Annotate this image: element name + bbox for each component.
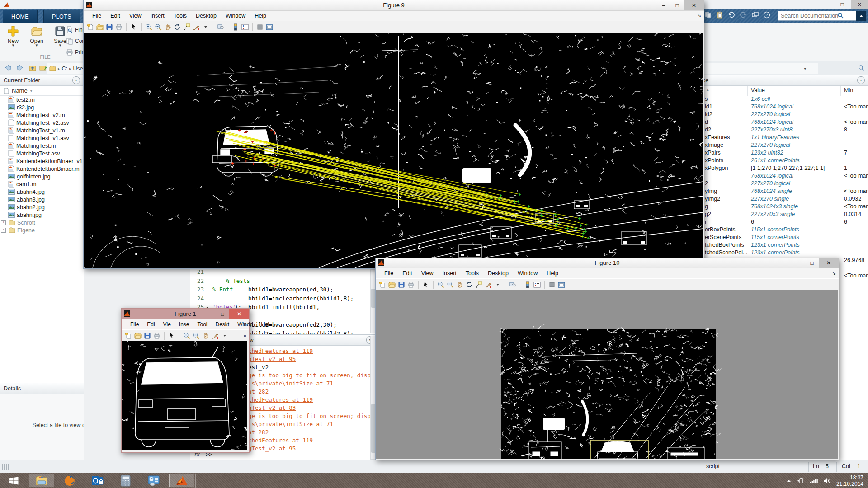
- workspace-row[interactable]: d768x1024 logical<Too man: [704, 119, 868, 127]
- zoomout-icon[interactable]: [154, 23, 162, 31]
- hand-icon[interactable]: [202, 332, 210, 340]
- rotate-icon[interactable]: [173, 23, 181, 31]
- copy-icon[interactable]: [704, 11, 712, 19]
- error-link[interactable]: at 282: [248, 388, 269, 395]
- file-row[interactable]: abahn3.jpg: [0, 196, 84, 203]
- tab-home[interactable]: HOME: [3, 10, 38, 23]
- frame-icon[interactable]: [265, 23, 274, 31]
- editor-line[interactable]: 22 % Tests: [190, 277, 377, 286]
- figure10-maximize-button[interactable]: □: [805, 258, 819, 268]
- dock-figure-icon[interactable]: ↘: [697, 13, 701, 19]
- name-column-header[interactable]: Name ▾: [0, 86, 84, 96]
- menu-hel[interactable]: Hel: [257, 321, 273, 328]
- zoomout-icon[interactable]: [192, 332, 200, 340]
- menu-window[interactable]: Window: [222, 12, 250, 19]
- figure9-titlebar[interactable]: Figure 9 – □ ✕: [84, 0, 704, 11]
- editor-line[interactable]: 24- bbild1=imclearborder(bbild1,8);: [190, 295, 377, 304]
- resize-grip[interactable]: [2, 464, 9, 471]
- error-link[interactable]: chedFeatures at 119: [248, 437, 313, 444]
- legend-icon[interactable]: [533, 281, 541, 289]
- workspace-row[interactable]: xPairs123x2 uint327: [704, 150, 868, 157]
- file-row[interactable]: abahn.jpg: [0, 211, 84, 219]
- menu-deskt[interactable]: Deskt: [212, 321, 234, 328]
- undo-icon[interactable]: [728, 11, 735, 19]
- legend-icon[interactable]: [241, 23, 249, 31]
- workspace-row[interactable]: ld2227x270 logical: [704, 111, 868, 119]
- redo-icon[interactable]: [740, 11, 747, 19]
- file-row[interactable]: MatchingTest_v2.asv: [0, 119, 84, 127]
- menu-tools[interactable]: Tools: [170, 12, 191, 19]
- hand-icon[interactable]: [456, 281, 464, 289]
- frame-icon[interactable]: [557, 281, 566, 289]
- search-documentation-input[interactable]: [778, 11, 859, 21]
- figure9-minimize-button[interactable]: –: [657, 0, 670, 10]
- workspace-row[interactable]: tchedScenePoi...123x1 cornerPoints: [704, 249, 868, 257]
- menu-file[interactable]: File: [88, 12, 105, 19]
- error-link[interactable]: ls\private\initSize at 71: [248, 421, 333, 427]
- figure10-close-button[interactable]: ✕: [819, 258, 839, 268]
- save-icon[interactable]: [397, 281, 406, 289]
- zoomin-icon[interactable]: [145, 23, 153, 31]
- save-icon[interactable]: [143, 332, 151, 340]
- file-row[interactable]: MatchingTest.m: [0, 142, 84, 150]
- file-row[interactable]: cam1.m: [0, 180, 84, 188]
- figure1-titlebar[interactable]: Figure 1 – □ ✕: [122, 309, 249, 319]
- figure1-maximize-button[interactable]: □: [216, 309, 229, 319]
- figure9-maximize-button[interactable]: □: [670, 0, 684, 10]
- tab-plots[interactable]: PLOTS: [43, 10, 80, 23]
- file-row[interactable]: r32.jpg: [0, 103, 84, 111]
- error-link[interactable]: gTest_v2 at 83: [248, 404, 296, 411]
- cursor-icon[interactable]: [130, 23, 138, 31]
- menu-inse[interactable]: Inse: [175, 321, 193, 328]
- open-icon[interactable]: [134, 332, 142, 340]
- workspace-row[interactable]: g768x1024x3 single<Too man: [704, 203, 868, 211]
- error-link[interactable]: ls\private\initSize at 71: [248, 380, 333, 387]
- file-row[interactable]: MatchingTest.asv: [0, 150, 84, 157]
- min-column-label[interactable]: Min: [844, 87, 853, 94]
- print-icon[interactable]: [407, 281, 415, 289]
- power-icon[interactable]: [797, 478, 804, 484]
- workspace-column-header[interactable]: ▴ Value Min: [704, 86, 868, 96]
- workspace-row[interactable]: s1x6 cell: [704, 96, 868, 103]
- figure10-canvas[interactable]: [376, 290, 838, 459]
- new-icon[interactable]: [124, 332, 132, 340]
- folder-search-icon[interactable]: [858, 65, 865, 71]
- taskbar-calculator-button[interactable]: [113, 474, 138, 487]
- workspace-row[interactable]: 768x1024 logical<Too man: [704, 173, 868, 180]
- workspace-row[interactable]: xPoints261x1 cornerPoints: [704, 157, 868, 165]
- figure9-close-button[interactable]: ✕: [684, 0, 704, 10]
- taskbar-start-button[interactable]: [1, 474, 26, 487]
- cursor-icon[interactable]: [422, 281, 430, 289]
- link-icon[interactable]: [509, 281, 517, 289]
- menu-view[interactable]: View: [417, 270, 438, 277]
- windows-icon[interactable]: [751, 11, 759, 19]
- hidden-icons-arrow-icon[interactable]: [786, 479, 792, 483]
- sq-icon[interactable]: [548, 281, 556, 289]
- crumb-dropdown-icon[interactable]: ▾: [804, 66, 806, 71]
- help-icon[interactable]: ?: [763, 11, 770, 19]
- maximize-button[interactable]: □: [834, 0, 851, 9]
- workspace-row[interactable]: g2227x270x3 single0.0314: [704, 211, 868, 219]
- caret-icon[interactable]: [202, 23, 210, 31]
- caret-icon[interactable]: [494, 281, 502, 289]
- taskbar-firefox-button[interactable]: [57, 474, 82, 487]
- link-icon[interactable]: [217, 23, 225, 31]
- workspace-row[interactable]: yImg2227x270 single0.0932: [704, 196, 868, 203]
- colorbar-icon[interactable]: [524, 281, 532, 289]
- workspace-menu-icon[interactable]: ▾: [857, 76, 865, 84]
- minimize-button[interactable]: –: [816, 0, 834, 9]
- file-row[interactable]: test2.m: [0, 96, 84, 103]
- dock-figure-icon[interactable]: ↘: [242, 321, 246, 327]
- figure1-canvas[interactable]: [122, 341, 247, 450]
- crumb-drive[interactable]: C:: [62, 66, 68, 72]
- workspace-row[interactable]: tchedBoxPoints123x1 cornerPoints: [704, 242, 868, 249]
- folder-row[interactable]: +Schrott: [0, 219, 84, 226]
- zoomin-icon[interactable]: [183, 332, 191, 340]
- folder-row[interactable]: +Eigene: [0, 226, 84, 234]
- clock[interactable]: 18:37 21.10.2014: [836, 474, 863, 487]
- figure10-minimize-button[interactable]: –: [792, 258, 805, 268]
- print-icon[interactable]: [115, 23, 123, 31]
- figure10-titlebar[interactable]: Figure 10 – □ ✕: [376, 258, 839, 268]
- menu-insert[interactable]: Insert: [439, 270, 461, 277]
- workspace-row[interactable]: ld1768x1024 logical<Too man: [704, 103, 868, 111]
